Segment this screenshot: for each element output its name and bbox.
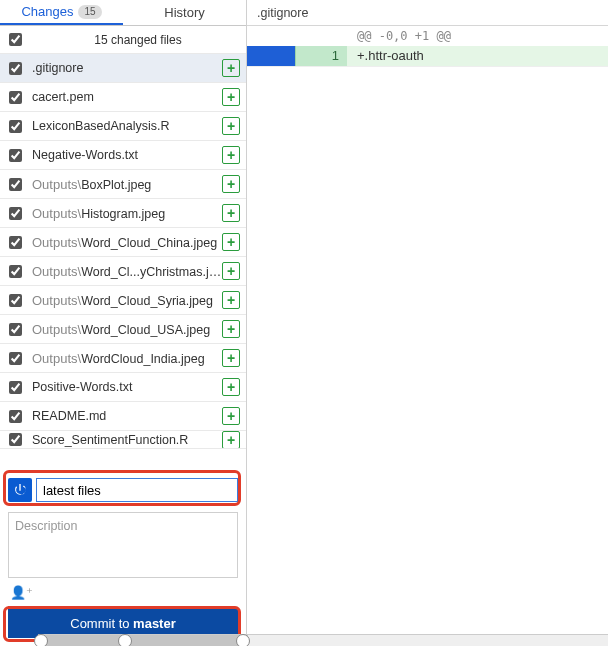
file-row[interactable]: Score_SentimentFunction.R+ xyxy=(0,431,246,449)
annotation-handle xyxy=(118,634,132,646)
file-name-label: Score_SentimentFunction.R xyxy=(30,433,222,447)
commit-description-input[interactable] xyxy=(8,512,238,578)
annotation-handle xyxy=(34,634,48,646)
file-checkbox[interactable] xyxy=(9,91,22,104)
file-row[interactable]: Outputs\Histogram.jpeg+ xyxy=(0,199,246,228)
file-added-icon: + xyxy=(222,378,240,396)
panel-tabs: Changes 15 History xyxy=(0,0,246,26)
scrollbar-thumb[interactable] xyxy=(38,635,248,646)
file-name-label: Outputs\WordCloud_India.jpeg xyxy=(30,351,222,366)
file-name-label: Negative-Words.txt xyxy=(30,148,222,162)
file-checkbox[interactable] xyxy=(9,410,22,423)
tab-history[interactable]: History xyxy=(123,0,246,25)
commit-button-prefix: Commit to xyxy=(70,616,133,631)
file-checkbox[interactable] xyxy=(9,352,22,365)
file-checkbox[interactable] xyxy=(9,381,22,394)
file-added-icon: + xyxy=(222,175,240,193)
diff-file-name: .gitignore xyxy=(247,0,608,26)
file-row[interactable]: Outputs\Word_Cl...yChristmas.jpeg+ xyxy=(0,257,246,286)
file-added-icon: + xyxy=(222,204,240,222)
file-row[interactable]: Outputs\WordCloud_India.jpeg+ xyxy=(0,344,246,373)
file-checkbox[interactable] xyxy=(9,236,22,249)
diff-hunk-header: @@ -0,0 +1 @@ xyxy=(247,26,608,46)
file-checkbox[interactable] xyxy=(9,323,22,336)
diff-panel: .gitignore @@ -0,0 +1 @@ 1 +.httr-oauth xyxy=(247,0,608,646)
annotation-handle xyxy=(236,634,250,646)
person-plus-icon: 👤⁺ xyxy=(10,585,33,600)
diff-line[interactable]: 1 +.httr-oauth xyxy=(247,46,608,66)
commit-form: 👤⁺ Commit to master xyxy=(0,470,246,646)
diff-hunk: @@ -0,0 +1 @@ 1 +.httr-oauth xyxy=(247,26,608,67)
power-icon xyxy=(12,482,28,498)
file-name-label: README.md xyxy=(30,409,222,423)
file-row[interactable]: Outputs\BoxPlot.jpeg+ xyxy=(0,170,246,199)
file-row[interactable]: Positive-Words.txt+ xyxy=(0,373,246,402)
file-name-label: .gitignore xyxy=(30,61,222,75)
diff-line-text: +.httr-oauth xyxy=(347,46,608,66)
file-row[interactable]: Outputs\Word_Cloud_Syria.jpeg+ xyxy=(0,286,246,315)
file-checkbox[interactable] xyxy=(9,207,22,220)
file-added-icon: + xyxy=(222,88,240,106)
commit-button-branch: master xyxy=(133,616,176,631)
file-row[interactable]: Negative-Words.txt+ xyxy=(0,141,246,170)
file-added-icon: + xyxy=(222,349,240,367)
file-added-icon: + xyxy=(222,407,240,425)
select-all-checkbox[interactable] xyxy=(9,33,22,46)
file-row[interactable]: Outputs\Word_Cloud_USA.jpeg+ xyxy=(0,315,246,344)
file-checkbox[interactable] xyxy=(9,62,22,75)
file-row[interactable]: LexiconBasedAnalysis.R+ xyxy=(0,112,246,141)
file-checkbox[interactable] xyxy=(9,265,22,278)
file-row[interactable]: Outputs\Word_Cloud_China.jpeg+ xyxy=(0,228,246,257)
user-avatar[interactable] xyxy=(8,478,32,502)
file-name-label: Positive-Words.txt xyxy=(30,380,222,394)
file-name-label: Outputs\Word_Cloud_China.jpeg xyxy=(30,235,222,250)
tab-history-label: History xyxy=(164,5,204,20)
changes-header-title: 15 changed files xyxy=(30,33,246,47)
file-name-label: Outputs\Word_Cloud_USA.jpeg xyxy=(30,322,222,337)
file-name-label: Outputs\Word_Cl...yChristmas.jpeg xyxy=(30,264,222,279)
file-name-label: Outputs\BoxPlot.jpeg xyxy=(30,177,222,192)
file-name-label: cacert.pem xyxy=(30,90,222,104)
commit-summary-input[interactable] xyxy=(36,478,238,502)
add-coauthors-button[interactable]: 👤⁺ xyxy=(4,583,242,606)
file-name-label: Outputs\Histogram.jpeg xyxy=(30,206,222,221)
file-added-icon: + xyxy=(222,431,240,449)
file-name-label: Outputs\Word_Cloud_Syria.jpeg xyxy=(30,293,222,308)
file-row[interactable]: README.md+ xyxy=(0,402,246,431)
file-row[interactable]: .gitignore+ xyxy=(0,54,246,83)
file-added-icon: + xyxy=(222,233,240,251)
tab-changes[interactable]: Changes 15 xyxy=(0,0,123,25)
tab-changes-label: Changes xyxy=(21,4,73,19)
changes-panel: Changes 15 History 15 changed files .git… xyxy=(0,0,247,646)
file-name-label: LexiconBasedAnalysis.R xyxy=(30,119,222,133)
file-added-icon: + xyxy=(222,59,240,77)
changes-header: 15 changed files xyxy=(0,26,246,54)
diff-gutter-old xyxy=(247,46,295,66)
file-checkbox[interactable] xyxy=(9,149,22,162)
file-added-icon: + xyxy=(222,320,240,338)
file-checkbox[interactable] xyxy=(9,120,22,133)
file-added-icon: + xyxy=(222,146,240,164)
changes-count-badge: 15 xyxy=(78,5,101,19)
file-row[interactable]: cacert.pem+ xyxy=(0,83,246,112)
diff-gutter-new: 1 xyxy=(295,46,347,66)
file-checkbox[interactable] xyxy=(9,433,22,446)
file-added-icon: + xyxy=(222,262,240,280)
file-added-icon: + xyxy=(222,117,240,135)
file-checkbox[interactable] xyxy=(9,294,22,307)
file-checkbox[interactable] xyxy=(9,178,22,191)
file-added-icon: + xyxy=(222,291,240,309)
changed-files-list: .gitignore+cacert.pem+LexiconBasedAnalys… xyxy=(0,54,246,449)
